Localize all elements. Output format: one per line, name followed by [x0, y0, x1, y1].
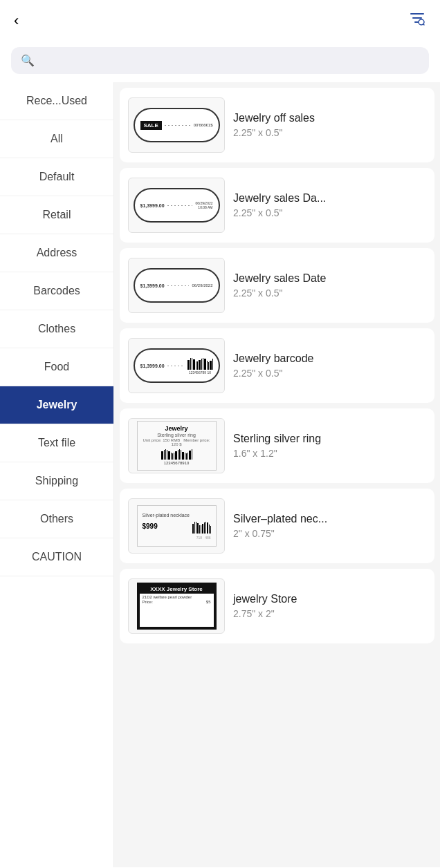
template-name-jewelry-store: jewelry Store: [233, 593, 426, 605]
template-thumbnail-jewelry-store: XXXX Jewelry Store 21D2 welfare pearl po…: [128, 578, 225, 634]
template-info-jewelry-store: jewelry Store2.75" x 2": [233, 593, 426, 619]
template-name-silver-plated-nec: Silver–plated nec...: [233, 513, 426, 525]
search-icon: 🔍: [21, 54, 35, 67]
template-size-silver-plated-nec: 2" x 0.75": [233, 528, 426, 539]
template-thumbnail-silver-plated-nec: Silver-plated necklace $999 718 486: [128, 498, 225, 554]
template-info-silver-plated-nec: Silver–plated nec...2" x 0.75": [233, 513, 426, 539]
template-card-jewelry-sales-date[interactable]: $1,3999.00 06/29/2022 Jewelry sales Date…: [120, 248, 434, 323]
sidebar: Rece...UsedAllDefaultRetailAddressBarcod…: [0, 82, 114, 867]
template-card-jewelry-barcode[interactable]: $1,3999.00 123456789 10 Jewelry barcode2…: [120, 328, 434, 403]
filter-button[interactable]: [405, 10, 426, 32]
template-name-jewelry-barcode: Jewelry barcode: [233, 352, 426, 365]
template-card-silver-plated-nec[interactable]: Silver-plated necklace $999 718 486 Silv…: [120, 489, 434, 563]
template-name-jewelry-off-sales: Jewelry off sales: [233, 112, 426, 124]
template-name-sterling-silver-ring: Sterling silver ring: [233, 433, 426, 445]
template-thumbnail-jewelry-off-sales: SALE 00'666€1$: [128, 97, 225, 153]
sidebar-item-default[interactable]: Default: [0, 158, 113, 196]
template-size-jewelry-store: 2.75" x 2": [233, 608, 426, 619]
template-size-jewelry-off-sales: 2.25" x 0.5": [233, 127, 426, 138]
search-bar: 🔍: [11, 47, 429, 74]
sidebar-item-barcodes[interactable]: Barcodes: [0, 272, 113, 310]
template-info-jewelry-off-sales: Jewelry off sales2.25" x 0.5": [233, 112, 426, 138]
template-thumbnail-sterling-silver-ring: Jewelry Sterling silver ring Unit price:…: [128, 418, 225, 473]
sidebar-item-clothes[interactable]: Clothes: [0, 310, 113, 348]
template-thumbnail-jewelry-sales-da: $1,3999.00 06/29/2022 10:08 AM: [128, 178, 225, 233]
sidebar-item-shipping[interactable]: Shipping: [0, 462, 113, 500]
sidebar-item-jewelry[interactable]: Jewelry: [0, 386, 113, 424]
sidebar-item-caution[interactable]: CAUTION: [0, 538, 113, 576]
template-info-jewelry-sales-date: Jewelry sales Date2.25" x 0.5": [233, 272, 426, 299]
template-card-sterling-silver-ring[interactable]: Jewelry Sterling silver ring Unit price:…: [120, 408, 434, 483]
sidebar-item-text-file[interactable]: Text file: [0, 424, 113, 462]
template-thumbnail-jewelry-sales-date: $1,3999.00 06/29/2022: [128, 258, 225, 313]
template-size-jewelry-sales-da: 2.25" x 0.5": [233, 207, 426, 218]
template-thumbnail-jewelry-barcode: $1,3999.00 123456789 10: [128, 338, 225, 393]
template-card-jewelry-off-sales[interactable]: SALE 00'666€1$ Jewelry off sales2.25" x …: [120, 88, 434, 162]
template-info-jewelry-sales-da: Jewelry sales Da...2.25" x 0.5": [233, 192, 426, 218]
template-info-jewelry-barcode: Jewelry barcode2.25" x 0.5": [233, 352, 426, 379]
sidebar-item-food[interactable]: Food: [0, 348, 113, 386]
search-input[interactable]: [40, 55, 419, 66]
template-info-sterling-silver-ring: Sterling silver ring1.6" x 1.2": [233, 433, 426, 459]
header: ‹: [0, 0, 440, 41]
template-size-jewelry-sales-date: 2.25" x 0.5": [233, 287, 426, 299]
template-name-jewelry-sales-date: Jewelry sales Date: [233, 272, 426, 285]
sidebar-item-others[interactable]: Others: [0, 500, 113, 538]
back-button[interactable]: ‹: [14, 12, 35, 30]
template-name-jewelry-sales-da: Jewelry sales Da...: [233, 192, 426, 205]
sidebar-item-retail[interactable]: Retail: [0, 196, 113, 234]
template-size-jewelry-barcode: 2.25" x 0.5": [233, 368, 426, 379]
svg-line-1: [423, 24, 425, 26]
search-container: 🔍: [0, 41, 440, 82]
template-card-jewelry-sales-da[interactable]: $1,3999.00 06/29/2022 10:08 AM Jewelry s…: [120, 168, 434, 243]
template-card-jewelry-store[interactable]: XXXX Jewelry Store 21D2 welfare pearl po…: [120, 569, 434, 643]
sidebar-item-all[interactable]: All: [0, 120, 113, 158]
template-size-sterling-silver-ring: 1.6" x 1.2": [233, 448, 426, 459]
sidebar-item-address[interactable]: Address: [0, 234, 113, 272]
sidebar-item-recently-used[interactable]: Rece...Used: [0, 82, 113, 120]
main-layout: Rece...UsedAllDefaultRetailAddressBarcod…: [0, 82, 440, 867]
template-list: SALE 00'666€1$ Jewelry off sales2.25" x …: [114, 82, 440, 867]
